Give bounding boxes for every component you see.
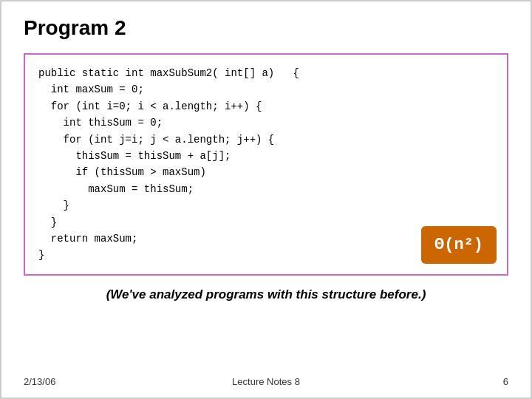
code-line-4: int thisSum = 0; [38,115,494,131]
code-line-8: if (thisSum > maxSum) [38,164,494,180]
footer-center: Lecture Notes 8 [232,376,300,387]
code-line-6: for (int j=i; j < a.length; j++) { [38,132,494,148]
slide: Program 2 public static int maxSubSum2( … [0,0,532,399]
code-line-1: public static int maxSubSum2( int[] a) { [38,65,494,81]
footer-right: 6 [503,376,508,387]
code-line-7: thisSum = thisSum + a[j]; [38,148,494,164]
caption: (We've analyzed programs with this struc… [24,287,508,302]
code-line-10: } [38,197,494,214]
code-box: public static int maxSubSum2( int[] a) {… [24,53,508,276]
footer-left: 2/13/06 [24,376,55,387]
code-line-9: maxSum = thisSum; [38,181,494,197]
code-line-3: for (int i=0; i < a.length; i++) { [38,98,494,115]
code-line-2: int maxSum = 0; [38,81,494,98]
theta-badge: Θ(n²) [421,226,497,264]
slide-title: Program 2 [24,16,508,40]
